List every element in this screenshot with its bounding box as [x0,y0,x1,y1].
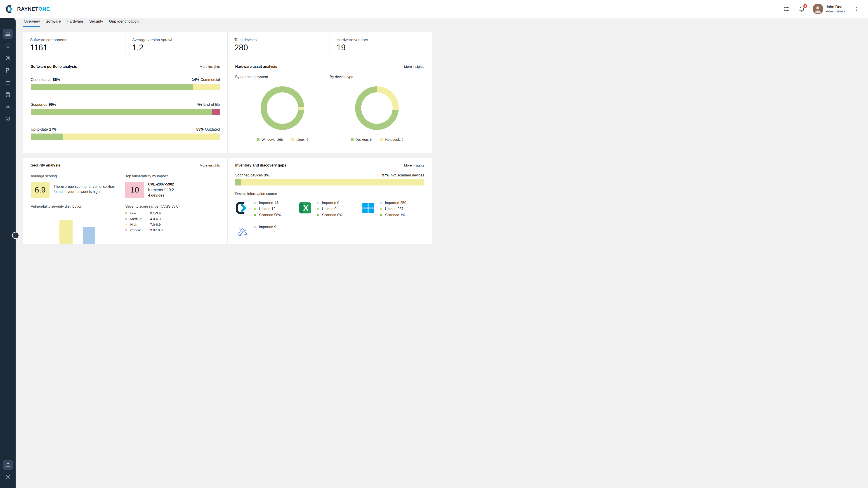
device-type-donut-chart [355,86,399,130]
sidebar-expand-button[interactable]: › [12,232,19,239]
os-donut-column: By operating system Windows: 268 Linux: … [235,75,330,141]
more-insights-link[interactable]: More insights [199,65,220,68]
stat-label: Imported 9 [259,225,276,229]
software-portfolio-panel: Software portfolio analysis More insight… [23,59,227,153]
bar-label-left: Up-to-date [31,127,48,131]
flag-icon [5,67,11,73]
raynet-source-icon [235,201,249,215]
unique-dot [380,208,382,210]
source-stats: Imported 0 Unique 0 Scanned 0% [317,201,342,219]
main-content: IT Visibility Overview Software Hardware… [16,0,434,244]
donut-sublabel: By device type [330,75,424,79]
sidebar-item-it-visibility[interactable] [3,29,13,39]
average-scoring-label: Average scoring [31,174,125,178]
cvss-name: Medium [130,217,150,221]
device-sources: Imported 14 Unique 12 Scanned 58% X [235,201,425,239]
cve-id: CVE-2007-5902 [148,182,174,186]
bar-pct-right: 4% [197,103,202,107]
open-source-bar-group: Open source86% 14%Commercial [31,78,220,90]
inventory-gaps-panel: Inventory and discovery gaps More insigh… [228,158,432,244]
severity-bar-high [59,220,72,244]
bar-segment-scanned [235,180,241,186]
scanned-dot [380,214,382,216]
legend-item-notebook: Notebook: 2 [380,138,403,141]
sidebar-item-devices[interactable] [3,41,13,51]
cvss-legend: Low 0.1-3.9 Medium 4.0-6.9 High 7.0-8.9 [125,211,220,232]
bar-pct-right: 83% [196,127,204,131]
excel-icon: X [298,201,312,215]
sidebar-nav-top [0,29,16,124]
supported-stacked-bar [31,109,220,115]
kpi-label: Hardware vendors [337,38,432,42]
bar-segment-end-of-life [212,109,220,115]
legend-item-desktop: Desktop: 6 [350,138,372,141]
sidebar-item-support[interactable] [3,53,13,63]
tab-security[interactable]: Security [89,19,103,27]
up-to-date-stacked-bar [31,133,220,140]
more-insights-link[interactable]: More insights [404,163,424,167]
severity-bar-medium [83,227,95,244]
bar-label-left: Scanned devices [235,173,263,177]
brand-logo[interactable]: RAYNETONE [6,5,50,13]
imported-dot [317,202,319,204]
cvss-dot [125,212,127,214]
cvss-row-high: High 7.0-8.9 [125,223,220,226]
bar-segment-not-scanned [241,180,424,186]
tab-hardware[interactable]: Hardware [66,19,84,27]
sidebar-item-data[interactable] [3,90,13,100]
bar-segment-open-source [31,84,193,90]
sidebar-item-security[interactable] [3,114,13,124]
legend-item-windows: Windows: 268 [256,138,283,141]
cvss-dot [125,218,127,220]
bar-label-left: Supported [31,103,48,107]
stat-imported: Imported 0 [317,201,342,205]
bar-label-right: Commercial [200,78,220,82]
stat-imported: Imported 259 [380,201,406,205]
bar-segment-outdated [63,133,220,140]
source-raynet: Imported 14 Unique 12 Scanned 58% [235,201,298,219]
donut-sublabel: By operating system [235,75,330,79]
device-type-donut-column: By device type Desktop: 6 Notebook: 2 [330,75,424,141]
stat-label: Unique 0 [322,207,336,211]
bar-segment-commercial [193,84,220,90]
stat-label: Imported 14 [259,201,278,205]
imported-dot [380,202,382,204]
sidebar-item-reports[interactable] [3,65,13,75]
bar-pct-left: 3% [264,173,269,177]
up-to-date-bar-group: Up-to-date17% 83%Outdated [31,127,220,140]
tab-overview[interactable]: Overview [23,19,40,27]
panel-title: Hardware asset analysis [235,65,277,69]
sidebar-item-portfolio[interactable] [3,77,13,88]
stat-scanned: Scanned 1% [380,213,406,217]
severity-distribution-label: Vulnerability severity distribution [31,204,125,208]
panel-title: Inventory and discovery gaps [235,163,286,167]
legend-label: Windows: 268 [261,138,283,141]
security-panel: Security analysis More insights Average … [23,158,227,244]
kpi-total-devices: Total devices 280 [228,32,330,59]
more-insights-link[interactable]: More insights [404,65,424,68]
kpi-value: 1.2 [132,43,227,53]
legend-item-linux: Linux: 6 [291,138,308,141]
kpi-value: 19 [337,43,432,53]
device-information-source-label: Device information source [235,192,425,196]
stat-label: Scanned 58% [259,213,282,217]
cve-component: Kerberos 1.19.2 [148,188,174,192]
cve-details: CVE-2007-5902 Kerberos 1.19.2 4 devices [148,182,174,198]
bar-label-right: End-of-life [204,103,220,107]
tab-gap-identification[interactable]: Gap identification [108,19,139,27]
sidebar-item-integrations[interactable] [3,102,13,112]
more-insights-link[interactable]: More insights [199,163,220,167]
cvss-range: 4.0-6.9 [150,217,161,221]
top-vulnerability-score: 10 [125,182,144,198]
tab-software[interactable]: Software [45,19,61,27]
brand-name: RAYNETONE [17,6,50,12]
analysis-row: Software portfolio analysis More insight… [23,59,432,153]
bar-pct-left: 96% [49,103,56,107]
stat-scanned: Scanned 58% [254,213,282,217]
supported-bar-group: Supported96% 4%End-of-life [31,103,220,115]
stat-label: Scanned 1% [385,213,405,217]
cvss-range: 7.0-8.9 [150,223,161,226]
legend-swatch [380,138,383,141]
security-inventory-row: Security analysis More insights Average … [23,158,432,244]
source-windows: Imported 259 Unique 257 Scanned 1% [361,201,424,219]
